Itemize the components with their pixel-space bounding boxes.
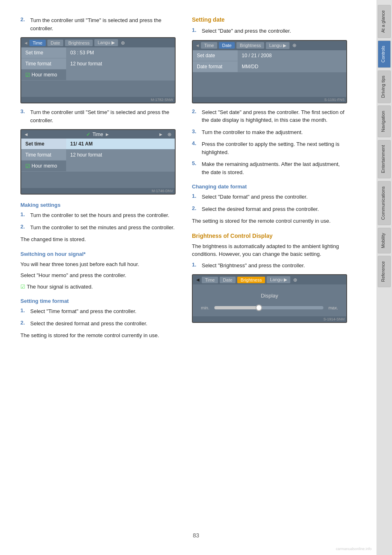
slider-fill [214, 306, 258, 309]
cell-timeformat-left: Time format [21, 58, 66, 69]
cell-timeformat-2-right: 12 hour format [66, 150, 175, 160]
display-row-settime: Set time 03 : 53 PM [21, 47, 175, 58]
making-step-num-1: 1. [20, 211, 27, 219]
switching-activated: ☑ The hour signal is activated. [20, 283, 176, 291]
arrow-left-1: ◄ [24, 40, 28, 45]
sidebar-tab-entertainment[interactable]: Entertainment [378, 140, 391, 178]
icon-3: ⊕ [292, 43, 296, 48]
display-row-dateformat: Date format MM/DD [193, 61, 346, 72]
setting-date-step-1: 1. Select "Date" and press the controlle… [192, 27, 347, 35]
switching-heading: Switching on hour signal* [20, 251, 176, 257]
watermark-3: S-1191-FNS [193, 97, 346, 103]
switching-select: Select "Hour memo" and press the control… [20, 271, 176, 280]
brightness-slider-container: min. max. [201, 305, 338, 310]
time-format-step-1-text: Select "Time format" and press the contr… [30, 307, 136, 316]
display-row-timeformat-2: Time format 12 hour format [21, 150, 175, 161]
nav-title: Time [92, 132, 103, 137]
time-format-step-2-text: Select the desired format and press the … [30, 320, 147, 328]
brightness-arrow-left: ◄ [195, 277, 200, 283]
changing-date-step-num-2: 2. [192, 205, 198, 213]
cell-settime-left: Set time [21, 47, 66, 58]
step-2-text: Turn the controller until "Time" is sele… [30, 16, 176, 32]
changing-date-step-num-1: 1. [192, 193, 198, 201]
display-row-setdate: Set date 10 / 21 / 2008 [193, 50, 346, 61]
arrow-right-1: ⊕ [121, 40, 125, 46]
date-step-4-text: Press the controller to apply the settin… [202, 140, 347, 156]
step-2: 2. Turn the controller until "Time" is s… [20, 16, 176, 32]
date-step-2: 2. Select "Set date" and press the contr… [192, 108, 347, 124]
slider-thumb[interactable] [256, 304, 262, 311]
display-spacer-2 [21, 172, 175, 188]
date-step-3-text: Turn the controller to make the adjustme… [202, 128, 303, 137]
tab-brightness-3[interactable]: Brightness [236, 42, 264, 49]
date-step-num-3: 3. [192, 128, 198, 137]
right-column: Setting date 1. Select "Date" and press … [192, 16, 347, 539]
arrow-left-3: ◄ [195, 43, 200, 48]
display-body-3: Set date 10 / 21 / 2008 Date format MM/D… [193, 50, 346, 97]
display-row-settime-2: Set time 11/ 41 AM [21, 139, 175, 150]
page-number: 83 [193, 532, 199, 539]
making-step-2: 2. Turn the controller to set the minute… [20, 224, 176, 232]
time-format-step-num-2: 2. [20, 320, 27, 328]
brightness-text: The brightness is automatically adapted … [192, 242, 347, 258]
cell-settime-2-right: 11/ 41 AM [66, 139, 175, 149]
tab-date-3[interactable]: Date [219, 42, 235, 49]
cell-settime-2-left: Set time [21, 139, 66, 149]
cell-hourmemo-left: ☑ Hour memo [21, 69, 66, 80]
step-num-2: 2. [20, 16, 27, 32]
tab-time-3[interactable]: Time [201, 42, 217, 49]
brightness-icon: ⊕ [293, 277, 297, 283]
sidebar-tab-communications[interactable]: Communications [378, 181, 391, 225]
nav-arrow-right: ► [158, 132, 163, 137]
step-3: 3. Turn the controller until "Set time" … [20, 108, 176, 124]
slider-min-label: min. [201, 305, 209, 310]
bottom-watermark: carmanualsonline.info [336, 547, 372, 551]
slider-track[interactable] [214, 306, 323, 309]
watermark-brightness: S-1914-SNM [193, 316, 346, 322]
brightness-tab-langu[interactable]: Langu ▶ [267, 276, 290, 283]
sidebar-tab-reference[interactable]: Reference [378, 256, 391, 287]
setting-date-heading: Setting date [192, 16, 347, 23]
tab-brightness-1[interactable]: Brightness [65, 40, 93, 46]
sidebar-tab-at-a-glance[interactable]: At a glance [378, 5, 391, 38]
nav-arrow-left: ◄ [24, 132, 29, 137]
date-step-5: 5. Make the remaining adjustments. After… [192, 160, 347, 176]
brightness-tab-time[interactable]: Time [202, 277, 218, 283]
brightness-body: Display min. max. [193, 284, 346, 316]
date-step-3: 3. Turn the controller to make the adjus… [192, 128, 347, 137]
display-nav-bar: ◄ ✓ Time ► ► ⊕ [21, 130, 175, 139]
making-step-1: 1. Turn the controller to set the hours … [20, 211, 176, 219]
setting-time-format-heading: Setting time format [20, 298, 176, 304]
date-step-num-4: 4. [192, 140, 198, 156]
brightness-step-num-1: 1. [192, 262, 198, 270]
display-row-timeformat: Time format 12 hour format [21, 58, 175, 69]
sidebar-tab-driving-tips[interactable]: Driving tips [378, 70, 391, 103]
date-step-num-5: 5. [192, 160, 198, 176]
tab-date-1[interactable]: Date [47, 40, 63, 46]
tab-langu-1[interactable]: Langu ▶ [94, 39, 118, 46]
date-step-5-text: Make the remaining adjustments. After th… [202, 160, 347, 176]
date-step-4: 4. Press the controller to apply the set… [192, 140, 347, 156]
tab-langu-3[interactable]: Langu ▶ [266, 42, 290, 49]
tab-time-1[interactable]: Time [29, 40, 46, 46]
changing-date-step-2-text: Select the desired format and press the … [202, 205, 319, 213]
watermark-1: M-1782-SNW [21, 97, 175, 103]
time-format-step-2: 2. Select the desired format and press t… [20, 320, 176, 328]
step-3-text: Turn the controller until "Set time" is … [30, 108, 176, 124]
setting-date-step-1-text: Select "Date" and press the controller. [202, 27, 291, 35]
brightness-display-label: Display [201, 293, 338, 299]
changed-time-stored: The changed time is stored. [20, 235, 176, 244]
display-row-hourmemo-2: ☑ Hour memo [21, 161, 175, 172]
making-step-num-2: 2. [20, 224, 27, 232]
left-column: 2. Turn the controller until "Time" is s… [20, 16, 176, 539]
brightness-display-panel: ◄ Time Date Brightness Langu ▶ ⊕ Display… [192, 274, 347, 323]
display-row-hourmemo: ☑ Hour memo [21, 69, 175, 81]
brightness-tab-brightness[interactable]: Brightness [237, 277, 265, 283]
cell-hourmemo-2-right [66, 161, 175, 171]
sidebar-tab-mobility[interactable]: Mobility [378, 228, 391, 253]
making-step-1-text: Turn the controller to set the hours and… [30, 211, 169, 219]
brightness-tab-date[interactable]: Date [220, 277, 236, 283]
cell-setdate-left: Set date [193, 50, 238, 61]
sidebar-tab-controls[interactable]: Controls [378, 40, 391, 68]
sidebar-tab-navigation[interactable]: Navigation [378, 105, 391, 137]
